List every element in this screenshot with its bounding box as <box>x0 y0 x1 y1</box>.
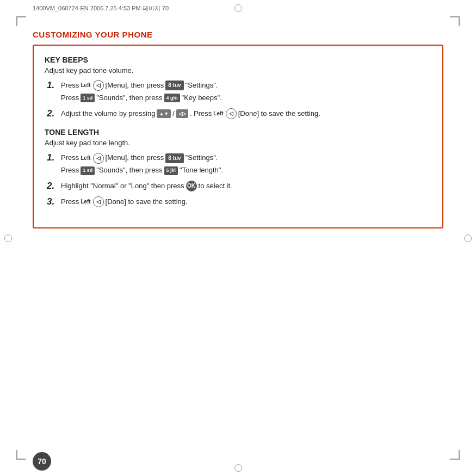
nav-key-left-label-t1: Left <box>81 154 90 163</box>
key-8tuv-t1: 8 tuv <box>165 153 183 163</box>
tone-step-line-3: Highlight "Normal" or "Long" then press … <box>61 181 232 192</box>
text-sounds-t1: "Sounds", then press <box>96 165 162 176</box>
text-done-t3: [Done] to save the setting. <box>106 196 188 208</box>
text-sounds: "Sounds", then press <box>96 92 162 104</box>
tone-step-number-3: 3. <box>47 196 61 207</box>
text-tonelength: "Tone length". <box>180 165 223 176</box>
page-container: CUSTOMIZING YOUR PHONE KEY BEEPS Adjust … <box>33 30 443 446</box>
section-title: CUSTOMIZING YOUR PHONE <box>33 30 443 39</box>
key-1sd-t1: 1 sd <box>81 166 95 175</box>
text-settings-t1: "Settings". <box>186 152 218 164</box>
text-keybeeps: "Key beeps". <box>182 92 222 104</box>
tone-step-line-4: Press Left◁ [Done] to save the setting. <box>61 196 188 208</box>
text-select: to select it. <box>199 181 232 192</box>
nav-key-left-t1: ◁ <box>93 153 104 164</box>
nav-key-left-2: ◁ <box>226 108 237 119</box>
tone-length-steps: 1. Press Left◁ [Menu], then press 8 tuv … <box>47 152 431 208</box>
tone-step-2: 2. Highlight "Normal" or "Long" then pre… <box>47 181 431 193</box>
nav-key-left-t3: ◁ <box>93 196 104 207</box>
text-press-t1: Press <box>61 152 79 164</box>
tone-step-content-3: Press Left◁ [Done] to save the setting. <box>61 196 188 209</box>
tone-step-line-1: Press Left◁ [Menu], then press 8 tuv "Se… <box>61 152 223 164</box>
nav-key-left-label-2: Left <box>213 109 223 118</box>
nav-key-left: ◁ <box>93 80 104 91</box>
vol-up-key: ▲▼ <box>157 109 171 118</box>
key-beeps-step-2: 2. Adjust the volume by pressing ▲▼ / ◁▷… <box>47 108 431 121</box>
tone-step-line-2: Press 1 sd "Sounds", then press 5 jkl "T… <box>61 165 223 176</box>
text-menu-t1: [Menu], then press <box>106 152 164 164</box>
key-beeps-step-1: 1. Press Left◁ [Menu], then press 8 tuv … <box>47 80 431 105</box>
ok-key: OK <box>186 181 197 191</box>
text-press-t12: Press <box>61 165 79 176</box>
key-5jkl: 5 jkl <box>164 166 178 175</box>
text-press: Press <box>61 80 79 91</box>
tone-step-3: 3. Press Left◁ [Done] to save the settin… <box>47 196 431 209</box>
nav-key-left-label: Left <box>81 81 90 90</box>
text-press-t3: Press <box>61 196 79 208</box>
tone-step-content-1: Press Left◁ [Menu], then press 8 tuv "Se… <box>61 152 223 177</box>
text-slash: / <box>172 108 175 120</box>
step-number-2: 2. <box>47 108 61 119</box>
step-content-2: Adjust the volume by pressing ▲▼ / ◁▷ . … <box>61 108 320 121</box>
tone-step-1: 1. Press Left◁ [Menu], then press 8 tuv … <box>47 152 431 177</box>
page-number: 70 <box>38 457 46 466</box>
tone-step-content-2: Highlight "Normal" or "Long" then press … <box>61 181 232 193</box>
step-line-2: Press 1 sd "Sounds", then press 4 ghi "K… <box>61 92 222 104</box>
text-adjust: Adjust the volume by pressing <box>61 108 155 120</box>
text-done: [Done] to save the setting. <box>238 108 320 120</box>
key-4ghi: 4 ghi <box>164 94 180 102</box>
page-number-badge: 70 <box>33 452 51 471</box>
text-press-2: Press <box>61 92 79 104</box>
tone-step-number-1: 1. <box>47 152 61 163</box>
key-8tuv: 8 tuv <box>165 81 183 90</box>
key-beeps-title: KEY BEEPS <box>45 55 431 64</box>
text-settings: "Settings". <box>186 80 218 91</box>
page-header: 1400VM_060724-EN 2006.7.25 4:53 PM 페이지 7… <box>33 4 169 13</box>
key-1sd: 1 sd <box>81 94 95 102</box>
key-beeps-desc: Adjust key pad tone volume. <box>45 66 431 75</box>
key-beeps-steps: 1. Press Left◁ [Menu], then press 8 tuv … <box>47 80 431 120</box>
tone-length-title: TONE LENGTH <box>45 128 431 137</box>
step-line-3: Adjust the volume by pressing ▲▼ / ◁▷ . … <box>61 108 320 120</box>
step-number: 1. <box>47 80 61 91</box>
topic-key-beeps: KEY BEEPS Adjust key pad tone volume. 1.… <box>45 55 431 120</box>
step-line: Press Left◁ [Menu], then press 8 tuv "Se… <box>61 80 222 91</box>
text-menu: [Menu], then press <box>106 80 164 91</box>
topic-tone-length: TONE LENGTH Adjust key pad tone length. … <box>45 128 431 208</box>
content-box: KEY BEEPS Adjust key pad tone volume. 1.… <box>33 45 443 228</box>
header-text: 1400VM_060724-EN 2006.7.25 4:53 PM 페이지 7… <box>33 5 169 11</box>
nav-key-left-label-t3: Left <box>81 197 90 206</box>
tone-length-desc: Adjust key pad tone length. <box>45 139 431 147</box>
vol-lr-key: ◁▷ <box>176 109 188 118</box>
text-dot: . Press <box>190 108 212 120</box>
text-highlight: Highlight "Normal" or "Long" then press <box>61 181 184 192</box>
tone-step-number-2: 2. <box>47 181 61 191</box>
step-content: Press Left◁ [Menu], then press 8 tuv "Se… <box>61 80 222 105</box>
